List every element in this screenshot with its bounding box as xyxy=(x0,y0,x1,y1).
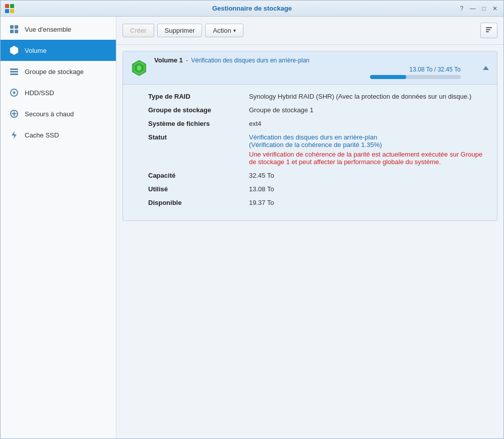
volume-hex-icon xyxy=(130,59,148,77)
action-dropdown-arrow: ▾ xyxy=(233,28,236,33)
groupe-icon xyxy=(9,66,20,77)
raid-label: Type de RAID xyxy=(148,93,249,100)
volume-progress-area: 13.08 To / 32.45 To xyxy=(154,66,476,79)
grid-icon xyxy=(9,24,20,35)
volume-storage-display: 13.08 To / 32.45 To xyxy=(409,66,461,73)
groupe-value: Groupe de stockage 1 xyxy=(249,106,487,114)
window-title: Gestionnaire de stockage xyxy=(212,5,292,12)
capacite-label: Capacité xyxy=(148,172,249,179)
content-area: Créer Supprimer Action ▾ xyxy=(116,17,503,438)
lightning-icon xyxy=(9,129,20,140)
svg-rect-18 xyxy=(486,27,492,28)
close-button[interactable]: ✕ xyxy=(490,4,499,13)
detail-row-systeme: Système de fichiers ext4 xyxy=(148,120,487,127)
sidebar-label-secours: Secours à chaud xyxy=(25,110,74,118)
systeme-label: Système de fichiers xyxy=(148,120,249,127)
sidebar-item-groupe-stockage[interactable]: Groupe de stockage xyxy=(1,61,116,82)
statut-line3: Une vérification de cohérence de la pari… xyxy=(249,151,487,166)
volume-card: Volume 1 - Vérification des disques durs… xyxy=(122,51,497,221)
minimize-button[interactable]: — xyxy=(468,4,477,13)
volume-details: Type de RAID Synology Hybrid RAID (SHR) … xyxy=(123,85,497,221)
raid-value: Synology Hybrid RAID (SHR) (Avec la prot… xyxy=(249,93,487,100)
statut-line1: Vérification des disques durs en arrière… xyxy=(249,133,487,141)
sidebar-label-volume: Volume xyxy=(25,47,46,54)
svg-rect-16 xyxy=(12,113,17,114)
window-controls: ? — □ ✕ xyxy=(457,4,499,13)
volume-header: Volume 1 - Vérification des disques durs… xyxy=(123,51,497,85)
supprimer-button[interactable]: Supprimer xyxy=(157,24,203,37)
svg-marker-8 xyxy=(10,46,18,55)
detail-row-groupe: Groupe de stockage Groupe de stockage 1 xyxy=(148,106,487,114)
titlebar: Gestionnaire de stockage ? — □ ✕ xyxy=(1,1,503,17)
svg-rect-10 xyxy=(10,71,18,72)
detail-row-statut: Statut Vérification des disques durs en … xyxy=(148,133,487,166)
svg-rect-4 xyxy=(10,25,14,29)
statut-line2: (Vérification de la cohérence de parité … xyxy=(249,141,487,149)
volume-icon-sidebar xyxy=(9,45,20,56)
detail-row-disponible: Disponible 19.37 To xyxy=(148,199,487,206)
help-button[interactable]: ? xyxy=(457,4,466,13)
app-icon xyxy=(5,4,15,14)
sidebar-label-vue-ensemble: Vue d'ensemble xyxy=(25,26,71,33)
action-button[interactable]: Action ▾ xyxy=(205,24,243,37)
svg-rect-5 xyxy=(15,25,18,29)
disponible-value: 19.37 To xyxy=(249,199,487,206)
systeme-value: ext4 xyxy=(249,120,487,127)
titlebar-left xyxy=(5,4,15,14)
sidebar: Vue d'ensemble Volume xyxy=(1,17,116,438)
sort-button[interactable] xyxy=(480,23,497,38)
volume-title-line: Volume 1 - Vérification des disques durs… xyxy=(154,56,476,64)
groupe-label: Groupe de stockage xyxy=(148,106,249,114)
detail-row-capacite: Capacité 32.45 To xyxy=(148,172,487,179)
svg-point-13 xyxy=(13,92,16,94)
sidebar-item-cache-ssd[interactable]: Cache SSD xyxy=(1,124,116,145)
sidebar-label-cache: Cache SSD xyxy=(25,131,59,139)
maximize-button[interactable]: □ xyxy=(479,4,488,13)
creer-button[interactable]: Créer xyxy=(122,24,154,37)
svg-rect-3 xyxy=(10,9,14,13)
sidebar-label-groupe: Groupe de stockage xyxy=(25,68,84,76)
svg-rect-6 xyxy=(10,30,14,33)
svg-rect-9 xyxy=(10,68,18,70)
sidebar-item-vue-ensemble[interactable]: Vue d'ensemble xyxy=(1,19,116,40)
capacite-value: 32.45 To xyxy=(249,172,487,179)
volume-progress-fill xyxy=(370,75,406,79)
statut-label: Statut xyxy=(148,133,249,141)
app-window: Gestionnaire de stockage ? — □ ✕ Vue xyxy=(0,0,504,439)
statut-value: Vérification des disques durs en arrière… xyxy=(249,133,487,166)
volume-subtitle: Vérification des disques durs en arrière… xyxy=(191,57,309,64)
svg-rect-2 xyxy=(5,9,9,13)
sidebar-item-hdd-ssd[interactable]: HDD/SSD xyxy=(1,82,116,103)
svg-rect-20 xyxy=(486,31,489,32)
utilise-value: 13.08 To xyxy=(249,185,487,193)
sidebar-item-secours[interactable]: Secours à chaud xyxy=(1,103,116,124)
volume-name: Volume 1 xyxy=(154,56,183,64)
svg-marker-26 xyxy=(483,66,489,70)
main-layout: Vue d'ensemble Volume xyxy=(1,17,503,438)
disponible-label: Disponible xyxy=(148,199,249,206)
sidebar-item-volume[interactable]: Volume xyxy=(1,40,116,61)
detail-row-raid: Type de RAID Synology Hybrid RAID (SHR) … xyxy=(148,93,487,100)
svg-rect-7 xyxy=(15,30,18,33)
volume-progress-bar xyxy=(370,75,461,79)
svg-rect-11 xyxy=(10,74,18,75)
plus-circle-icon xyxy=(9,108,20,119)
toolbar: Créer Supprimer Action ▾ xyxy=(116,17,503,45)
volume-title-row: Volume 1 - Vérification des disques durs… xyxy=(154,56,476,79)
detail-row-utilise: Utilisé 13.08 To xyxy=(148,185,487,193)
utilise-label: Utilisé xyxy=(148,185,249,193)
disk-icon xyxy=(9,87,20,98)
svg-rect-19 xyxy=(486,29,490,30)
svg-rect-1 xyxy=(10,4,14,8)
svg-rect-0 xyxy=(5,4,9,8)
svg-marker-17 xyxy=(12,131,17,139)
volume-list: Volume 1 - Vérification des disques durs… xyxy=(116,45,503,438)
volume-collapse-button[interactable] xyxy=(482,64,490,72)
sidebar-label-hdd: HDD/SSD xyxy=(25,89,54,97)
